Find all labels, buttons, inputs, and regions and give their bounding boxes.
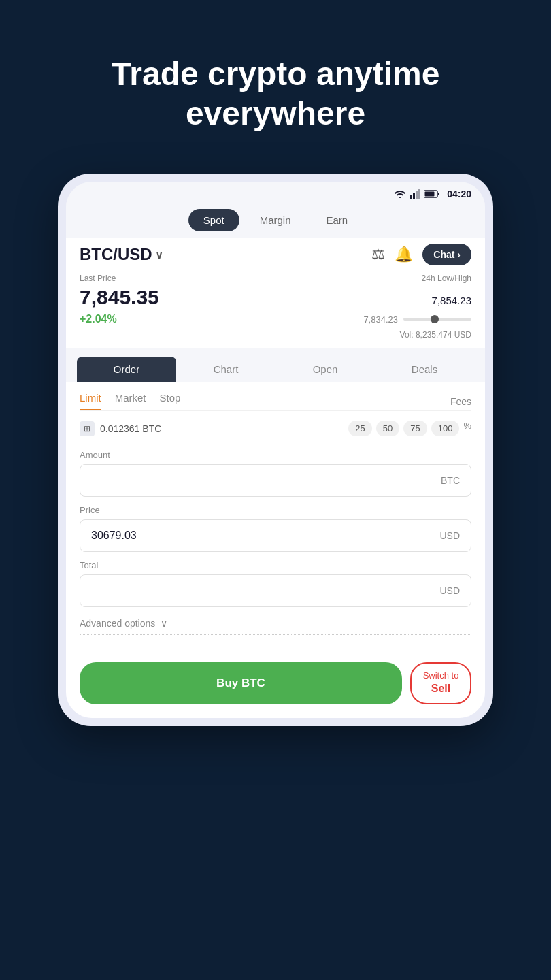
price-high-value: 7,854.23	[432, 295, 471, 306]
signal-icon	[410, 189, 420, 199]
tab-margin[interactable]: Margin	[245, 209, 306, 231]
balance-amount: 0.012361 BTC	[100, 423, 161, 434]
tab-earn[interactable]: Earn	[312, 209, 363, 231]
svg-rect-6	[438, 193, 439, 195]
order-form: Limit Market Stop Fees ⊞ 0.012361 BTC 25…	[66, 382, 485, 659]
price-input[interactable]	[91, 529, 439, 542]
tab-order[interactable]: Order	[77, 357, 176, 382]
range-dot	[431, 315, 439, 323]
last-price-value: 7,845.35	[80, 286, 159, 309]
switch-to-sell-button[interactable]: Switch to Sell	[410, 662, 471, 704]
balance-icon: ⊞	[80, 421, 95, 436]
price-currency: USD	[439, 530, 460, 541]
switch-to-sell-top: Switch to	[422, 670, 459, 682]
status-bar: 04:20	[66, 182, 485, 202]
phone-mockup: 04:20 Spot Margin Earn BTC/USD ∨ ⚖ 🔔 Cha…	[58, 174, 493, 726]
chevron-down-icon: ∨	[161, 618, 167, 629]
status-time: 04:20	[447, 189, 471, 199]
volume-text: Vol: 8,235,474 USD	[400, 330, 471, 340]
balance-row: ⊞ 0.012361 BTC 25 50 75 100 %	[80, 411, 471, 442]
amount-input-wrapper: BTC	[80, 464, 471, 497]
percent-buttons: 25 50 75 100 %	[348, 421, 471, 436]
amount-input[interactable]	[91, 474, 441, 487]
price-section: Last Price 24h Low/High 7,845.35 7,854.2…	[66, 270, 485, 348]
price-low-value: 7,834.23	[363, 314, 398, 325]
tab-deals[interactable]: Deals	[375, 357, 474, 382]
top-tabs: Spot Margin Earn	[66, 202, 485, 238]
switch-to-sell-main: Sell	[422, 682, 459, 696]
sub-tabs: Limit Market Stop Fees	[80, 382, 471, 411]
buy-button[interactable]: Buy BTC	[80, 662, 402, 704]
bell-icon[interactable]: 🔔	[395, 246, 413, 263]
total-label: Total	[80, 560, 471, 570]
scale-icon[interactable]: ⚖	[371, 246, 385, 263]
pair-chevron-icon: ∨	[155, 248, 163, 261]
price-input-wrapper: USD	[80, 519, 471, 552]
pct-25-button[interactable]: 25	[348, 421, 371, 436]
subtab-stop[interactable]: Stop	[160, 392, 181, 410]
price-label: Price	[80, 505, 471, 515]
svg-rect-5	[425, 192, 435, 197]
pct-75-button[interactable]: 75	[403, 421, 427, 436]
hero-title: Trade crypto anytime everywhere	[0, 54, 551, 133]
pair-name[interactable]: BTC/USD ∨	[80, 245, 163, 264]
advanced-options-label: Advanced options	[80, 618, 155, 629]
low-high-label: 24h Low/High	[422, 274, 471, 283]
subtab-limit[interactable]: Limit	[80, 392, 101, 410]
total-currency: USD	[439, 585, 460, 596]
svg-rect-0	[410, 195, 412, 199]
last-price-label: Last Price	[80, 274, 116, 283]
total-input-wrapper: USD	[80, 574, 471, 607]
svg-rect-1	[413, 193, 415, 199]
svg-rect-2	[416, 191, 418, 199]
phone-screen: 04:20 Spot Margin Earn BTC/USD ∨ ⚖ 🔔 Cha…	[66, 182, 485, 718]
header-actions: ⚖ 🔔 Chat ›	[371, 244, 471, 265]
market-header: BTC/USD ∨ ⚖ 🔔 Chat ›	[66, 238, 485, 270]
pct-100-button[interactable]: 100	[431, 421, 460, 436]
fees-link[interactable]: Fees	[450, 396, 471, 407]
bottom-buttons: Buy BTC Switch to Sell	[66, 659, 485, 718]
subtab-market[interactable]: Market	[115, 392, 146, 410]
order-tabs: Order Chart Open Deals	[66, 348, 485, 382]
advanced-options[interactable]: Advanced options ∨	[80, 618, 471, 635]
range-track	[403, 318, 471, 321]
pct-50-button[interactable]: 50	[376, 421, 399, 436]
percent-symbol: %	[463, 421, 471, 436]
balance-info: ⊞ 0.012361 BTC	[80, 421, 161, 436]
chat-button[interactable]: Chat ›	[422, 244, 471, 265]
total-input[interactable]	[91, 585, 439, 597]
tab-spot[interactable]: Spot	[188, 209, 239, 231]
price-change: +2.04%	[80, 313, 117, 325]
tab-open[interactable]: Open	[276, 357, 375, 382]
svg-rect-3	[418, 189, 420, 199]
amount-currency: BTC	[441, 475, 460, 486]
wifi-icon	[394, 189, 406, 199]
amount-label: Amount	[80, 450, 471, 460]
tab-chart[interactable]: Chart	[176, 357, 276, 382]
battery-icon	[424, 190, 440, 198]
